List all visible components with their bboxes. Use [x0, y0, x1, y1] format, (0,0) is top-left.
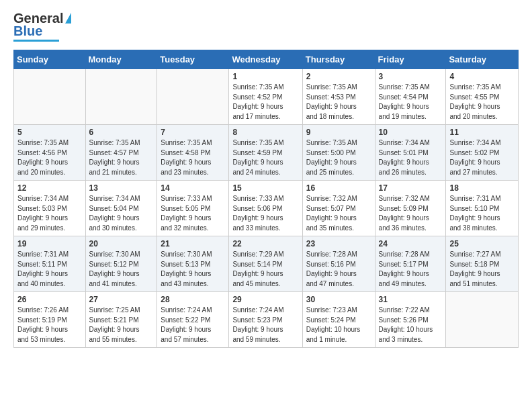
- day-number: 2: [306, 72, 371, 81]
- calendar-week-row: 26Sunrise: 7:26 AM Sunset: 5:19 PM Dayli…: [14, 292, 519, 348]
- calendar-cell: 4Sunrise: 7:35 AM Sunset: 4:55 PM Daylig…: [446, 69, 519, 125]
- calendar-cell: 10Sunrise: 7:34 AM Sunset: 5:01 PM Dayli…: [375, 125, 446, 181]
- day-info: Sunrise: 7:35 AM Sunset: 4:58 PM Dayligh…: [161, 138, 225, 177]
- day-number: 17: [379, 183, 443, 193]
- calendar-cell: 8Sunrise: 7:35 AM Sunset: 4:59 PM Daylig…: [229, 125, 302, 181]
- calendar-cell: 19Sunrise: 7:31 AM Sunset: 5:11 PM Dayli…: [14, 236, 86, 292]
- day-number: 29: [232, 295, 298, 304]
- day-info: Sunrise: 7:34 AM Sunset: 5:03 PM Dayligh…: [17, 194, 82, 233]
- calendar-page: General Blue SundayMondayTuesdayWednesda…: [0, 0, 532, 359]
- day-number: 15: [232, 183, 298, 193]
- calendar-cell: [14, 69, 86, 125]
- day-info: Sunrise: 7:30 AM Sunset: 5:12 PM Dayligh…: [89, 250, 154, 289]
- day-info: Sunrise: 7:35 AM Sunset: 4:54 PM Dayligh…: [379, 83, 443, 122]
- day-info: Sunrise: 7:24 AM Sunset: 5:23 PM Dayligh…: [232, 306, 298, 345]
- calendar-cell: 12Sunrise: 7:34 AM Sunset: 5:03 PM Dayli…: [14, 181, 86, 236]
- day-number: 1: [232, 72, 298, 81]
- calendar-cell: 30Sunrise: 7:23 AM Sunset: 5:24 PM Dayli…: [302, 292, 375, 348]
- day-info: Sunrise: 7:29 AM Sunset: 5:14 PM Dayligh…: [232, 250, 298, 289]
- day-number: 7: [161, 128, 225, 137]
- day-number: 19: [17, 239, 82, 248]
- day-info: Sunrise: 7:28 AM Sunset: 5:16 PM Dayligh…: [306, 250, 371, 289]
- logo-underline: [13, 40, 59, 42]
- calendar-cell: 31Sunrise: 7:22 AM Sunset: 5:26 PM Dayli…: [375, 292, 446, 348]
- day-number: 6: [89, 128, 154, 137]
- calendar-cell: 25Sunrise: 7:27 AM Sunset: 5:18 PM Dayli…: [446, 236, 519, 292]
- day-info: Sunrise: 7:34 AM Sunset: 5:02 PM Dayligh…: [449, 138, 515, 177]
- day-number: 22: [232, 239, 298, 248]
- day-number: 26: [17, 295, 82, 304]
- calendar-cell: 5Sunrise: 7:35 AM Sunset: 4:56 PM Daylig…: [14, 125, 86, 181]
- calendar-cell: 15Sunrise: 7:33 AM Sunset: 5:06 PM Dayli…: [229, 181, 302, 236]
- calendar-week-row: 1Sunrise: 7:35 AM Sunset: 4:52 PM Daylig…: [14, 69, 519, 125]
- calendar-cell: 1Sunrise: 7:35 AM Sunset: 4:52 PM Daylig…: [229, 69, 302, 125]
- calendar-cell: 22Sunrise: 7:29 AM Sunset: 5:14 PM Dayli…: [229, 236, 302, 292]
- weekday-header-tuesday: Tuesday: [157, 50, 229, 69]
- day-number: 31: [379, 295, 443, 304]
- weekday-header-friday: Friday: [375, 50, 446, 69]
- day-number: 27: [89, 295, 154, 304]
- logo: General Blue: [13, 11, 71, 42]
- day-info: Sunrise: 7:26 AM Sunset: 5:19 PM Dayligh…: [17, 306, 82, 345]
- calendar-cell: 17Sunrise: 7:32 AM Sunset: 5:09 PM Dayli…: [375, 181, 446, 236]
- day-info: Sunrise: 7:35 AM Sunset: 4:53 PM Dayligh…: [306, 83, 371, 122]
- calendar-cell: 24Sunrise: 7:28 AM Sunset: 5:17 PM Dayli…: [375, 236, 446, 292]
- day-number: 20: [89, 239, 154, 248]
- calendar-cell: 27Sunrise: 7:25 AM Sunset: 5:21 PM Dayli…: [85, 292, 157, 348]
- calendar-cell: 14Sunrise: 7:33 AM Sunset: 5:05 PM Dayli…: [157, 181, 229, 236]
- day-number: 4: [449, 72, 515, 81]
- calendar-cell: 6Sunrise: 7:35 AM Sunset: 4:57 PM Daylig…: [85, 125, 157, 181]
- calendar-cell: 18Sunrise: 7:31 AM Sunset: 5:10 PM Dayli…: [446, 181, 519, 236]
- calendar-cell: 21Sunrise: 7:30 AM Sunset: 5:13 PM Dayli…: [157, 236, 229, 292]
- calendar-cell: 2Sunrise: 7:35 AM Sunset: 4:53 PM Daylig…: [302, 69, 375, 125]
- day-info: Sunrise: 7:33 AM Sunset: 5:06 PM Dayligh…: [232, 194, 298, 233]
- day-number: 3: [379, 72, 443, 81]
- calendar-cell: 26Sunrise: 7:26 AM Sunset: 5:19 PM Dayli…: [14, 292, 86, 348]
- day-number: 25: [449, 239, 515, 248]
- day-info: Sunrise: 7:31 AM Sunset: 5:11 PM Dayligh…: [17, 250, 82, 289]
- day-info: Sunrise: 7:35 AM Sunset: 4:59 PM Dayligh…: [232, 138, 298, 177]
- calendar-cell: 20Sunrise: 7:30 AM Sunset: 5:12 PM Dayli…: [85, 236, 157, 292]
- day-info: Sunrise: 7:23 AM Sunset: 5:24 PM Dayligh…: [306, 306, 371, 345]
- day-number: 21: [161, 239, 225, 248]
- day-number: 11: [449, 128, 515, 137]
- day-number: 23: [306, 239, 371, 248]
- weekday-header-wednesday: Wednesday: [229, 50, 302, 69]
- day-number: 8: [232, 128, 298, 137]
- weekday-header-saturday: Saturday: [446, 50, 519, 69]
- day-info: Sunrise: 7:24 AM Sunset: 5:22 PM Dayligh…: [161, 306, 225, 345]
- day-number: 14: [161, 183, 225, 193]
- calendar-week-row: 5Sunrise: 7:35 AM Sunset: 4:56 PM Daylig…: [14, 125, 519, 181]
- day-number: 18: [449, 183, 515, 193]
- calendar-week-row: 19Sunrise: 7:31 AM Sunset: 5:11 PM Dayli…: [14, 236, 519, 292]
- day-info: Sunrise: 7:35 AM Sunset: 4:56 PM Dayligh…: [17, 138, 82, 177]
- day-info: Sunrise: 7:33 AM Sunset: 5:05 PM Dayligh…: [161, 194, 225, 233]
- day-info: Sunrise: 7:27 AM Sunset: 5:18 PM Dayligh…: [449, 250, 515, 289]
- day-info: Sunrise: 7:35 AM Sunset: 4:52 PM Dayligh…: [232, 83, 298, 122]
- day-info: Sunrise: 7:30 AM Sunset: 5:13 PM Dayligh…: [161, 250, 225, 289]
- calendar-table: SundayMondayTuesdayWednesdayThursdayFrid…: [13, 50, 519, 348]
- day-info: Sunrise: 7:35 AM Sunset: 4:55 PM Dayligh…: [449, 83, 515, 122]
- day-info: Sunrise: 7:35 AM Sunset: 4:57 PM Dayligh…: [89, 138, 154, 177]
- day-info: Sunrise: 7:34 AM Sunset: 5:01 PM Dayligh…: [379, 138, 443, 177]
- calendar-cell: 7Sunrise: 7:35 AM Sunset: 4:58 PM Daylig…: [157, 125, 229, 181]
- day-info: Sunrise: 7:32 AM Sunset: 5:07 PM Dayligh…: [306, 194, 371, 233]
- weekday-header-thursday: Thursday: [302, 50, 375, 69]
- calendar-cell: 11Sunrise: 7:34 AM Sunset: 5:02 PM Dayli…: [446, 125, 519, 181]
- weekday-header-monday: Monday: [85, 50, 157, 69]
- day-number: 12: [17, 183, 82, 193]
- day-number: 16: [306, 183, 371, 193]
- weekday-header-sunday: Sunday: [14, 50, 86, 69]
- day-info: Sunrise: 7:28 AM Sunset: 5:17 PM Dayligh…: [379, 250, 443, 289]
- calendar-cell: 29Sunrise: 7:24 AM Sunset: 5:23 PM Dayli…: [229, 292, 302, 348]
- day-info: Sunrise: 7:22 AM Sunset: 5:26 PM Dayligh…: [379, 306, 443, 345]
- day-info: Sunrise: 7:32 AM Sunset: 5:09 PM Dayligh…: [379, 194, 443, 233]
- day-info: Sunrise: 7:34 AM Sunset: 5:04 PM Dayligh…: [89, 194, 154, 233]
- logo-triangle-icon: [65, 13, 71, 24]
- calendar-cell: [446, 292, 519, 348]
- calendar-cell: 3Sunrise: 7:35 AM Sunset: 4:54 PM Daylig…: [375, 69, 446, 125]
- day-number: 24: [379, 239, 443, 248]
- calendar-cell: 9Sunrise: 7:35 AM Sunset: 5:00 PM Daylig…: [302, 125, 375, 181]
- calendar-cell: 28Sunrise: 7:24 AM Sunset: 5:22 PM Dayli…: [157, 292, 229, 348]
- logo-blue: Blue: [13, 24, 42, 39]
